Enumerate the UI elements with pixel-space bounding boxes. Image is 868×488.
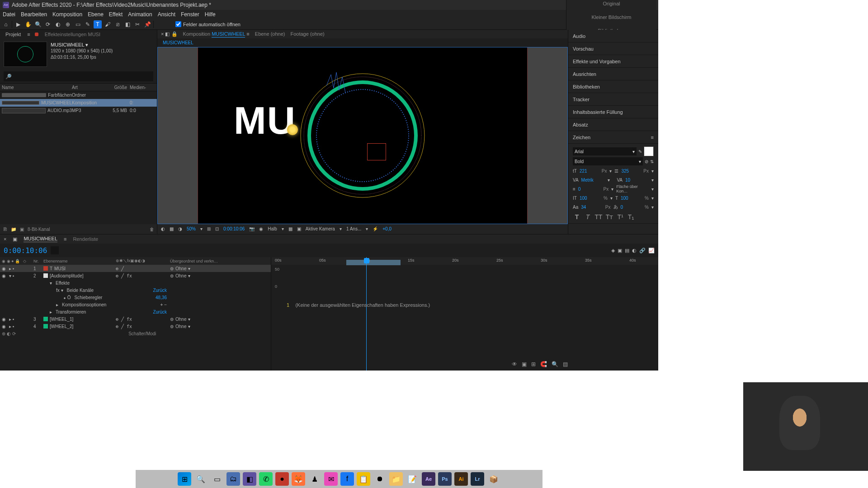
workspace-original[interactable]: Original: [603, 1, 620, 6]
panel-inhaltsfuellung[interactable]: Inhaltsbasierte Füllung: [568, 106, 658, 118]
menu-komposition[interactable]: Komposition: [52, 11, 82, 18]
subscript-button[interactable]: T₁: [627, 213, 635, 221]
autoopen-checkbox[interactable]: [175, 21, 181, 27]
project-row-comp[interactable]: MUSICWHEEL Komposition0:: [0, 99, 157, 107]
rotate-tool-icon[interactable]: ◐: [54, 20, 62, 28]
transparent-icon[interactable]: ▦: [288, 226, 292, 231]
camera-select[interactable]: Aktive Kamera: [306, 226, 335, 231]
menu-fenster[interactable]: Fenster: [181, 11, 199, 18]
font-size[interactable]: 221: [580, 169, 599, 174]
grid-icon[interactable]: ▦: [170, 226, 174, 231]
footer-timecode[interactable]: 0:00:10:06: [223, 226, 245, 231]
stage-text[interactable]: MU: [234, 98, 296, 143]
current-time-indicator[interactable]: [366, 257, 367, 371]
hscale[interactable]: 100: [621, 196, 642, 201]
switches-modes-toggle[interactable]: Schalter/Modi: [128, 331, 156, 336]
taskbar-app-4[interactable]: 📋: [357, 472, 370, 486]
taskbar-messenger-icon[interactable]: ✉: [324, 472, 338, 486]
sub-compopts[interactable]: ▸ Kompositionsoptionen+ −: [0, 301, 271, 308]
zoom-value[interactable]: 50%: [187, 226, 196, 231]
col-media[interactable]: Medien-: [127, 85, 145, 90]
project-row-folder[interactable]: Farbflächen Ordner: [0, 91, 157, 99]
swap-icon[interactable]: ⇅: [650, 159, 654, 164]
bpc-button[interactable]: 8-Bit-Kanal: [28, 227, 50, 232]
tl-close-icon[interactable]: ×: [4, 236, 6, 242]
comp-thumbnail[interactable]: [4, 42, 47, 67]
work-area-bar[interactable]: [346, 260, 401, 265]
comp-tab-icons[interactable]: × ◧ 🔒: [161, 31, 178, 37]
interpret-icon[interactable]: 🖹: [3, 227, 7, 232]
menu-hilfe[interactable]: Hilfe: [205, 11, 216, 18]
tracking[interactable]: 10: [625, 178, 649, 183]
taskbar-ai-icon[interactable]: Ai: [454, 472, 468, 486]
timeline-timecode[interactable]: 0:00:10:06: [4, 246, 47, 255]
taskbar-whatsapp-icon[interactable]: ✆: [259, 472, 273, 486]
panel-ausrichten[interactable]: Ausrichten: [568, 68, 658, 80]
menu-ansicht[interactable]: Ansicht: [158, 11, 175, 18]
sub-effekte[interactable]: ▾ Effekte: [0, 279, 271, 286]
mask-icon[interactable]: ◑: [178, 226, 182, 231]
smallcaps-button[interactable]: Tᴛ: [605, 213, 613, 221]
timeline-tab[interactable]: MUSICWHEEL: [24, 236, 57, 242]
bold-button[interactable]: T: [573, 213, 581, 221]
tsume[interactable]: 0: [621, 205, 642, 210]
taskbar-ps-icon[interactable]: Ps: [438, 472, 452, 486]
panel-zeichen[interactable]: Zeichen≡: [568, 131, 658, 144]
home-icon[interactable]: ⌂: [2, 20, 10, 28]
col-size[interactable]: Größe: [104, 85, 127, 90]
selection-tool-icon[interactable]: ▶: [14, 20, 22, 28]
allcaps-button[interactable]: TT: [594, 213, 603, 221]
comp-new-icon[interactable]: ▣: [20, 227, 24, 232]
menu-effekt[interactable]: Effekt: [109, 11, 123, 18]
puppet-tool-icon[interactable]: 📌: [143, 20, 151, 28]
alpha-icon[interactable]: ◐: [161, 226, 165, 231]
project-row-audio[interactable]: AUDIO.mp3 MP35,5 MB0:0: [0, 107, 157, 114]
tl-icon-5[interactable]: 🔗: [639, 248, 646, 253]
sub-beide-kanaele[interactable]: fx ▾ Beide KanäleZurück: [0, 286, 271, 294]
tl-toggle-icons[interactable]: ⊕ ◐ ⟳: [2, 331, 16, 336]
comp-name-label[interactable]: MUSICWHEEL ▾: [51, 42, 113, 48]
layer-row-1[interactable]: ◉▸ ▪1 T MUSI ⊕ ╱ ⊚ Ohne ▾: [0, 265, 271, 272]
eraser-tool-icon[interactable]: ◧: [123, 20, 132, 28]
tl-graph-icon[interactable]: 📈: [648, 248, 655, 253]
taskbar-lr-icon[interactable]: Lr: [471, 472, 484, 486]
start-button[interactable]: ⊞: [178, 472, 191, 486]
eyedropper-icon[interactable]: ✎: [638, 149, 642, 154]
col-art[interactable]: Art: [72, 85, 104, 90]
font-family-select[interactable]: Arial▾: [573, 147, 637, 155]
ge-snap-icon[interactable]: ⊞: [531, 361, 536, 367]
taskbar-fileexplorer-icon[interactable]: 📁: [389, 472, 403, 486]
taskbar-app-2[interactable]: ●: [275, 472, 289, 486]
layer-tab[interactable]: Ebene (ohne): [255, 31, 285, 37]
menu-bearbeiten[interactable]: Bearbeiten: [21, 11, 47, 18]
anchor-tool-icon[interactable]: ⊕: [64, 20, 72, 28]
stroke-width[interactable]: 0: [578, 187, 601, 192]
comp-breadcrumb[interactable]: MUSICWHEEL: [163, 40, 193, 45]
ge-eye-icon[interactable]: 👁: [512, 361, 517, 367]
renderlist-tab[interactable]: Renderliste: [73, 236, 98, 242]
exposure-value[interactable]: +0,0: [382, 226, 392, 231]
time-ruler[interactable]: 00s 05s 10s 15s 20s 25s 30s 35s 40s: [271, 257, 658, 265]
hand-tool-icon[interactable]: ✋: [24, 20, 32, 28]
taskbar-explorer-icon[interactable]: 🗂: [226, 472, 240, 486]
brush-tool-icon[interactable]: 🖌: [104, 20, 112, 28]
tl-icon-1[interactable]: ◈: [611, 248, 615, 253]
resolution-select[interactable]: Halb: [268, 226, 277, 231]
ge-box-icon[interactable]: ▣: [522, 361, 527, 367]
sub-slider[interactable]: ⬥ Ö Schieberegler48,36: [0, 294, 271, 301]
fast-preview-icon[interactable]: ⚡: [373, 226, 378, 231]
taskbar-facebook-icon[interactable]: f: [340, 472, 354, 486]
vscale[interactable]: 100: [580, 196, 601, 201]
noFill-icon[interactable]: ⊘: [645, 159, 648, 164]
footage-tab[interactable]: Footage (ohne): [290, 31, 324, 37]
taskbar-notepad-icon[interactable]: 📝: [406, 472, 419, 486]
col-name[interactable]: Name: [2, 85, 72, 90]
taskbar-app-3[interactable]: ♟: [308, 472, 321, 486]
layer-row-3[interactable]: ◉▸ ▪3 [WHEEL_1] ⊕ ╱ fx ⊚ Ohne ▾: [0, 315, 271, 323]
tl-icon-4[interactable]: ◐: [632, 248, 637, 253]
type-tool-icon[interactable]: T: [94, 20, 102, 28]
layer-row-4[interactable]: ◉▸ ▪4 [WHEEL_2] ⊕ ╱ fx ⊚ Ohne ▾: [0, 323, 271, 330]
panel-absatz[interactable]: Absatz: [568, 118, 658, 131]
guide-icon[interactable]: ⊡: [215, 226, 219, 231]
region-icon[interactable]: ▣: [297, 226, 301, 231]
